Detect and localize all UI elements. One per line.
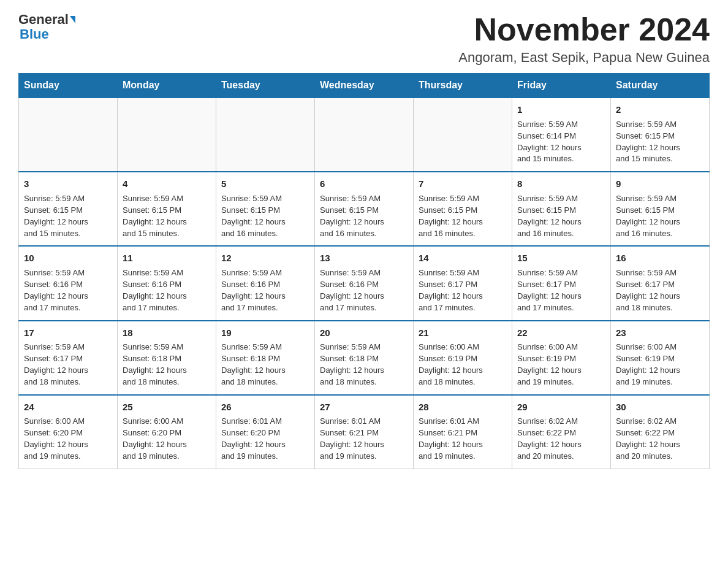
calendar-cell: 23Sunrise: 6:00 AMSunset: 6:19 PMDayligh… xyxy=(611,321,710,395)
day-number: 20 xyxy=(320,326,408,340)
day-number: 5 xyxy=(221,177,309,191)
day-info: Sunrise: 5:59 AMSunset: 6:15 PMDaylight:… xyxy=(616,194,680,238)
day-info: Sunrise: 5:59 AMSunset: 6:15 PMDaylight:… xyxy=(123,194,187,238)
day-info: Sunrise: 5:59 AMSunset: 6:16 PMDaylight:… xyxy=(320,268,384,312)
calendar-header-monday: Monday xyxy=(118,74,216,98)
calendar-cell: 21Sunrise: 6:00 AMSunset: 6:19 PMDayligh… xyxy=(414,321,512,395)
day-number: 19 xyxy=(221,326,309,340)
day-info: Sunrise: 6:02 AMSunset: 6:22 PMDaylight:… xyxy=(517,416,582,461)
day-number: 14 xyxy=(419,251,507,265)
calendar-cell: 28Sunrise: 6:01 AMSunset: 6:21 PMDayligh… xyxy=(414,395,512,469)
calendar-cell xyxy=(118,98,216,172)
calendar-cell: 19Sunrise: 5:59 AMSunset: 6:18 PMDayligh… xyxy=(216,321,315,395)
calendar-table: SundayMondayTuesdayWednesdayThursdayFrid… xyxy=(18,73,710,469)
day-info: Sunrise: 5:59 AMSunset: 6:17 PMDaylight:… xyxy=(419,268,483,312)
title-block: November 2024 Angoram, East Sepik, Papua… xyxy=(458,12,710,66)
day-info: Sunrise: 6:01 AMSunset: 6:20 PMDaylight:… xyxy=(221,416,286,461)
calendar-cell: 6Sunrise: 5:59 AMSunset: 6:15 PMDaylight… xyxy=(315,172,414,246)
day-info: Sunrise: 6:00 AMSunset: 6:19 PMDaylight:… xyxy=(616,342,680,386)
calendar-header-thursday: Thursday xyxy=(414,74,512,98)
calendar-cell: 9Sunrise: 5:59 AMSunset: 6:15 PMDaylight… xyxy=(611,172,710,246)
calendar-header-tuesday: Tuesday xyxy=(216,74,315,98)
calendar-cell: 18Sunrise: 5:59 AMSunset: 6:18 PMDayligh… xyxy=(118,321,216,395)
calendar-header-saturday: Saturday xyxy=(611,74,710,98)
calendar-cell: 17Sunrise: 5:59 AMSunset: 6:17 PMDayligh… xyxy=(19,321,118,395)
calendar-cell: 11Sunrise: 5:59 AMSunset: 6:16 PMDayligh… xyxy=(118,246,216,320)
calendar-cell: 5Sunrise: 5:59 AMSunset: 6:15 PMDaylight… xyxy=(216,172,315,246)
calendar-cell: 3Sunrise: 5:59 AMSunset: 6:15 PMDaylight… xyxy=(19,172,118,246)
day-number: 10 xyxy=(24,251,112,265)
calendar-cell: 8Sunrise: 5:59 AMSunset: 6:15 PMDaylight… xyxy=(512,172,611,246)
calendar-header-wednesday: Wednesday xyxy=(315,74,414,98)
calendar-header-friday: Friday xyxy=(512,74,611,98)
calendar-cell xyxy=(19,98,118,172)
day-number: 13 xyxy=(320,251,408,265)
day-info: Sunrise: 5:59 AMSunset: 6:15 PMDaylight:… xyxy=(517,194,582,238)
day-number: 25 xyxy=(123,400,211,414)
day-number: 7 xyxy=(419,177,507,191)
day-number: 29 xyxy=(517,400,605,414)
calendar-cell: 15Sunrise: 5:59 AMSunset: 6:17 PMDayligh… xyxy=(512,246,611,320)
calendar-cell: 22Sunrise: 6:00 AMSunset: 6:19 PMDayligh… xyxy=(512,321,611,395)
logo: General Blue xyxy=(18,12,75,42)
calendar-week-row: 17Sunrise: 5:59 AMSunset: 6:17 PMDayligh… xyxy=(19,321,710,395)
day-number: 24 xyxy=(24,400,112,414)
month-title: November 2024 xyxy=(458,12,710,47)
day-number: 27 xyxy=(320,400,408,414)
day-info: Sunrise: 5:59 AMSunset: 6:18 PMDaylight:… xyxy=(221,342,286,386)
calendar-cell: 26Sunrise: 6:01 AMSunset: 6:20 PMDayligh… xyxy=(216,395,315,469)
calendar-week-row: 24Sunrise: 6:00 AMSunset: 6:20 PMDayligh… xyxy=(19,395,710,469)
calendar-cell: 4Sunrise: 5:59 AMSunset: 6:15 PMDaylight… xyxy=(118,172,216,246)
page-header: General Blue November 2024 Angoram, East… xyxy=(18,12,710,66)
day-info: Sunrise: 5:59 AMSunset: 6:17 PMDaylight:… xyxy=(517,268,582,312)
day-number: 28 xyxy=(419,400,507,414)
calendar-cell: 12Sunrise: 5:59 AMSunset: 6:16 PMDayligh… xyxy=(216,246,315,320)
day-info: Sunrise: 6:00 AMSunset: 6:20 PMDaylight:… xyxy=(123,416,187,461)
day-info: Sunrise: 6:02 AMSunset: 6:22 PMDaylight:… xyxy=(616,416,680,461)
calendar-cell: 10Sunrise: 5:59 AMSunset: 6:16 PMDayligh… xyxy=(19,246,118,320)
logo-triangle-icon xyxy=(70,16,75,23)
day-number: 2 xyxy=(616,103,704,117)
calendar-cell: 29Sunrise: 6:02 AMSunset: 6:22 PMDayligh… xyxy=(512,395,611,469)
calendar-week-row: 10Sunrise: 5:59 AMSunset: 6:16 PMDayligh… xyxy=(19,246,710,320)
calendar-week-row: 3Sunrise: 5:59 AMSunset: 6:15 PMDaylight… xyxy=(19,172,710,246)
day-number: 3 xyxy=(24,177,112,191)
day-info: Sunrise: 5:59 AMSunset: 6:15 PMDaylight:… xyxy=(320,194,384,238)
day-info: Sunrise: 5:59 AMSunset: 6:14 PMDaylight:… xyxy=(517,120,582,164)
calendar-cell: 20Sunrise: 5:59 AMSunset: 6:18 PMDayligh… xyxy=(315,321,414,395)
day-info: Sunrise: 6:00 AMSunset: 6:19 PMDaylight:… xyxy=(419,342,483,386)
day-number: 21 xyxy=(419,326,507,340)
calendar-cell: 24Sunrise: 6:00 AMSunset: 6:20 PMDayligh… xyxy=(19,395,118,469)
day-number: 23 xyxy=(616,326,704,340)
day-number: 26 xyxy=(221,400,309,414)
day-info: Sunrise: 6:01 AMSunset: 6:21 PMDaylight:… xyxy=(320,416,384,461)
day-info: Sunrise: 6:00 AMSunset: 6:20 PMDaylight:… xyxy=(24,416,88,461)
calendar-header-sunday: Sunday xyxy=(19,74,118,98)
calendar-cell: 14Sunrise: 5:59 AMSunset: 6:17 PMDayligh… xyxy=(414,246,512,320)
day-info: Sunrise: 5:59 AMSunset: 6:15 PMDaylight:… xyxy=(24,194,88,238)
day-number: 22 xyxy=(517,326,605,340)
calendar-cell: 1Sunrise: 5:59 AMSunset: 6:14 PMDaylight… xyxy=(512,98,611,172)
calendar-cell xyxy=(414,98,512,172)
logo-general: General xyxy=(18,12,69,27)
calendar-cell: 25Sunrise: 6:00 AMSunset: 6:20 PMDayligh… xyxy=(118,395,216,469)
logo-blue: Blue xyxy=(20,26,49,42)
day-info: Sunrise: 5:59 AMSunset: 6:18 PMDaylight:… xyxy=(123,342,187,386)
day-number: 1 xyxy=(517,103,605,117)
calendar-cell: 16Sunrise: 5:59 AMSunset: 6:17 PMDayligh… xyxy=(611,246,710,320)
day-info: Sunrise: 5:59 AMSunset: 6:16 PMDaylight:… xyxy=(123,268,187,312)
day-info: Sunrise: 5:59 AMSunset: 6:17 PMDaylight:… xyxy=(24,342,88,386)
day-info: Sunrise: 5:59 AMSunset: 6:15 PMDaylight:… xyxy=(221,194,286,238)
day-info: Sunrise: 5:59 AMSunset: 6:15 PMDaylight:… xyxy=(616,120,680,164)
calendar-cell xyxy=(315,98,414,172)
day-number: 4 xyxy=(123,177,211,191)
day-info: Sunrise: 5:59 AMSunset: 6:16 PMDaylight:… xyxy=(24,268,88,312)
day-info: Sunrise: 6:01 AMSunset: 6:21 PMDaylight:… xyxy=(419,416,483,461)
day-number: 15 xyxy=(517,251,605,265)
day-number: 9 xyxy=(616,177,704,191)
day-number: 6 xyxy=(320,177,408,191)
day-number: 12 xyxy=(221,251,309,265)
calendar-cell: 30Sunrise: 6:02 AMSunset: 6:22 PMDayligh… xyxy=(611,395,710,469)
calendar-week-row: 1Sunrise: 5:59 AMSunset: 6:14 PMDaylight… xyxy=(19,98,710,172)
day-number: 16 xyxy=(616,251,704,265)
